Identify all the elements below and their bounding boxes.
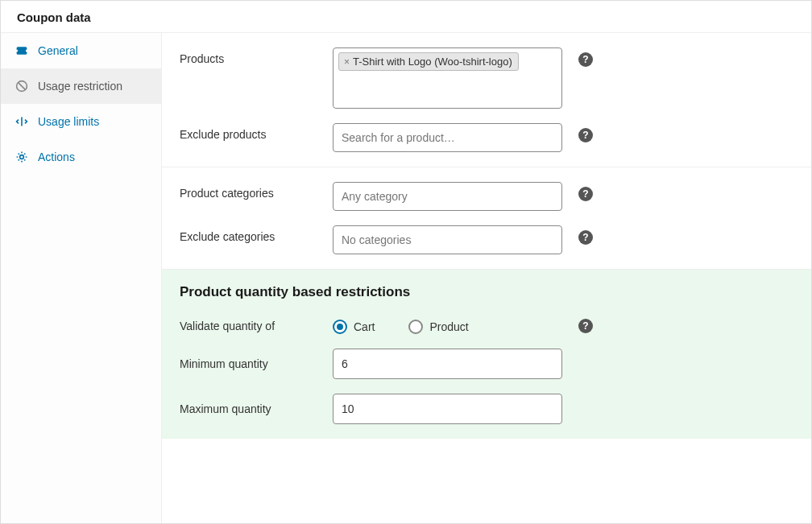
exclude-categories-placeholder: No categories xyxy=(338,230,414,250)
sidebar-item-label: Usage restriction xyxy=(38,80,122,93)
row-products: Products × T-Shirt with Logo (Woo-tshirt… xyxy=(180,47,793,109)
ban-icon xyxy=(15,80,28,93)
help-icon[interactable]: ? xyxy=(578,128,593,142)
radio-icon xyxy=(333,320,347,334)
exclude-products-select[interactable]: Search for a product… xyxy=(333,123,562,152)
help-icon[interactable]: ? xyxy=(578,319,593,333)
radio-option-product[interactable]: Product xyxy=(408,320,468,334)
label-max-quantity: Maximum quantity xyxy=(180,402,317,415)
qty-heading: Product quantity based restrictions xyxy=(180,284,793,300)
row-exclude-products: Exclude products Search for a product… ? xyxy=(180,123,793,152)
max-quantity-input[interactable] xyxy=(333,394,562,424)
product-categories-placeholder: Any category xyxy=(338,187,411,206)
help-icon[interactable]: ? xyxy=(578,52,593,67)
row-min-quantity: Minimum quantity xyxy=(180,349,793,379)
products-select[interactable]: × T-Shirt with Logo (Woo-tshirt-logo) xyxy=(333,47,562,109)
svg-point-3 xyxy=(20,155,24,159)
sidebar-item-usage-limits[interactable]: Usage limits xyxy=(1,104,161,139)
row-exclude-categories: Exclude categories No categories ? xyxy=(180,225,793,254)
label-exclude-products: Exclude products xyxy=(180,123,317,141)
radio-label: Product xyxy=(429,320,468,333)
radio-label: Cart xyxy=(354,320,375,333)
panel-title: Coupon data xyxy=(1,1,811,33)
row-max-quantity: Maximum quantity xyxy=(180,394,793,424)
limits-icon xyxy=(15,115,28,128)
sidebar-item-label: General xyxy=(38,44,78,57)
row-product-categories: Product categories Any category ? xyxy=(180,182,793,211)
svg-line-1 xyxy=(19,83,26,90)
section-quantity-restrictions: Product quantity based restrictions Vali… xyxy=(162,270,811,439)
content: Products × T-Shirt with Logo (Woo-tshirt… xyxy=(162,33,811,523)
section-products: Products × T-Shirt with Logo (Woo-tshirt… xyxy=(162,33,811,167)
label-products: Products xyxy=(180,47,317,65)
coupon-data-panel: Coupon data General Usage restriction Us… xyxy=(0,0,812,524)
sidebar: General Usage restriction Usage limits A… xyxy=(1,33,162,523)
product-tag: × T-Shirt with Logo (Woo-tshirt-logo) xyxy=(338,52,519,71)
sidebar-item-label: Actions xyxy=(38,151,75,163)
ticket-icon xyxy=(15,44,28,57)
sidebar-item-usage-restriction[interactable]: Usage restriction xyxy=(1,68,161,104)
label-product-categories: Product categories xyxy=(180,182,317,200)
exclude-products-placeholder: Search for a product… xyxy=(338,128,458,147)
radio-icon xyxy=(408,320,423,334)
remove-tag-icon[interactable]: × xyxy=(342,56,351,68)
label-validate-quantity: Validate quantity of xyxy=(180,320,317,332)
sidebar-item-actions[interactable]: Actions xyxy=(1,139,161,175)
exclude-categories-select[interactable]: No categories xyxy=(333,225,562,254)
help-icon[interactable]: ? xyxy=(578,187,593,201)
label-exclude-categories: Exclude categories xyxy=(180,225,317,243)
label-min-quantity: Minimum quantity xyxy=(180,357,317,370)
sidebar-item-general[interactable]: General xyxy=(1,33,161,68)
sidebar-item-label: Usage limits xyxy=(38,115,99,128)
section-categories: Product categories Any category ? Exclud… xyxy=(162,167,811,270)
min-quantity-input[interactable] xyxy=(333,349,562,379)
panel-body: General Usage restriction Usage limits A… xyxy=(1,33,811,523)
row-validate-quantity: Validate quantity of Cart Product ? xyxy=(180,318,793,334)
gear-icon xyxy=(15,151,28,163)
product-categories-select[interactable]: Any category xyxy=(333,182,562,211)
validate-quantity-radio-group: Cart Product xyxy=(333,318,562,334)
help-icon[interactable]: ? xyxy=(578,230,593,245)
product-tag-label: T-Shirt with Logo (Woo-tshirt-logo) xyxy=(353,56,512,68)
radio-option-cart[interactable]: Cart xyxy=(333,320,375,334)
